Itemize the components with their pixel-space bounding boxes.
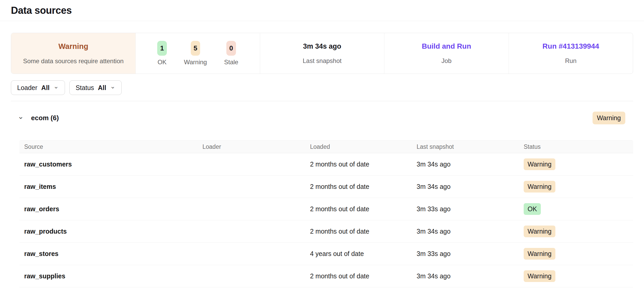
source-name: raw_orders xyxy=(19,205,202,213)
job-card: Build and Run Job xyxy=(384,33,508,74)
table-row[interactable]: raw_items 2 months out of date 3m 34s ag… xyxy=(19,176,633,198)
counts-card: 1 OK 5 Warning 0 Stale xyxy=(135,33,260,74)
last-snapshot-cell: 3m 33s ago xyxy=(417,250,524,258)
summary-cards: Warning Some data sources require attent… xyxy=(11,33,633,74)
ok-count-badge: 1 xyxy=(157,41,167,56)
column-header-loaded: Loaded xyxy=(310,143,417,150)
column-header-status: Status xyxy=(524,143,633,150)
run-card: Run #413139944 Run xyxy=(509,33,633,74)
count-ok: 1 OK xyxy=(157,41,167,66)
count-warning: 5 Warning xyxy=(184,41,207,66)
column-header-source: Source xyxy=(19,143,202,150)
column-header-loader: Loader xyxy=(202,143,310,150)
loaded-cell: 4 years out of date xyxy=(310,250,417,258)
count-stale: 0 Stale xyxy=(224,41,238,66)
stale-count-label: Stale xyxy=(224,59,238,66)
main-content: Warning Some data sources require attent… xyxy=(0,33,644,287)
status-counts: 1 OK 5 Warning 0 Stale xyxy=(157,41,238,66)
page-title: Data sources xyxy=(11,5,72,16)
last-snapshot-cell: 3m 33s ago xyxy=(417,205,524,213)
group-header-ecom[interactable]: ⌄ ecom (6) Warning xyxy=(11,111,633,125)
column-header-last-snapshot: Last snapshot xyxy=(417,143,524,150)
table-row[interactable]: raw_orders 2 months out of date 3m 33s a… xyxy=(19,198,633,220)
ok-count-label: OK xyxy=(157,59,167,66)
status-badge: Warning xyxy=(524,181,555,193)
status-badge: Warning xyxy=(524,248,555,260)
source-name: raw_customers xyxy=(19,161,202,168)
overall-status-subtitle: Some data sources require attention xyxy=(23,57,124,65)
chevron-down-icon: ⌄ xyxy=(54,83,59,89)
last-snapshot-value: 3m 34s ago xyxy=(303,42,341,50)
last-snapshot-cell: 3m 34s ago xyxy=(417,228,524,235)
loader-filter-value: All xyxy=(41,84,50,92)
stale-count-badge: 0 xyxy=(226,41,236,56)
status-filter-dropdown[interactable]: Status All ⌄ xyxy=(69,80,122,95)
run-link[interactable]: Run #413139944 xyxy=(542,42,599,50)
source-name: raw_supplies xyxy=(19,272,202,280)
filter-bar: Loader All ⌄ Status All ⌄ xyxy=(11,80,633,95)
table-row[interactable]: raw_supplies 2 months out of date 3m 34s… xyxy=(19,265,633,287)
group-status-badge: Warning xyxy=(593,112,625,124)
status-badge: Warning xyxy=(524,158,555,170)
warning-count-badge: 5 xyxy=(191,41,200,56)
loader-filter-label: Loader xyxy=(17,84,37,92)
last-snapshot-label: Last snapshot xyxy=(303,57,341,65)
job-link[interactable]: Build and Run xyxy=(422,42,471,50)
page-header: Data sources xyxy=(0,0,644,21)
overall-status-card: Warning Some data sources require attent… xyxy=(11,33,135,74)
job-label: Job xyxy=(442,57,452,65)
status-filter-value: All xyxy=(98,84,106,92)
section-divider xyxy=(11,101,633,101)
status-badge: Warning xyxy=(524,270,555,282)
table-row[interactable]: raw_stores 4 years out of date 3m 33s ag… xyxy=(19,243,633,265)
loaded-cell: 2 months out of date xyxy=(310,272,417,280)
status-badge: Warning xyxy=(524,226,555,237)
last-snapshot-cell: 3m 34s ago xyxy=(417,183,524,190)
source-name: raw_stores xyxy=(19,250,202,258)
loaded-cell: 2 months out of date xyxy=(310,161,417,168)
last-snapshot-cell: 3m 34s ago xyxy=(417,272,524,280)
source-name: raw_items xyxy=(19,183,202,190)
status-filter-label: Status xyxy=(76,84,94,92)
loaded-cell: 2 months out of date xyxy=(310,228,417,235)
sources-table: Source Loader Loaded Last snapshot Statu… xyxy=(19,140,633,287)
last-snapshot-cell: 3m 34s ago xyxy=(417,161,524,168)
overall-status-title: Warning xyxy=(58,42,88,51)
group-name: ecom (6) xyxy=(31,114,59,122)
loader-filter-dropdown[interactable]: Loader All ⌄ xyxy=(11,80,65,95)
warning-count-label: Warning xyxy=(184,59,207,66)
loaded-cell: 2 months out of date xyxy=(310,205,417,213)
last-snapshot-card: 3m 34s ago Last snapshot xyxy=(260,33,384,74)
loaded-cell: 2 months out of date xyxy=(310,183,417,190)
collapse-chevron-down-icon[interactable]: ⌄ xyxy=(18,112,24,121)
table-row[interactable]: raw_customers 2 months out of date 3m 34… xyxy=(19,153,633,176)
table-row[interactable]: raw_products 2 months out of date 3m 34s… xyxy=(19,220,633,243)
status-badge: OK xyxy=(524,203,541,215)
run-label: Run xyxy=(565,57,576,65)
chevron-down-icon: ⌄ xyxy=(110,83,115,89)
source-name: raw_products xyxy=(19,228,202,235)
table-header-row: Source Loader Loaded Last snapshot Statu… xyxy=(19,140,633,153)
